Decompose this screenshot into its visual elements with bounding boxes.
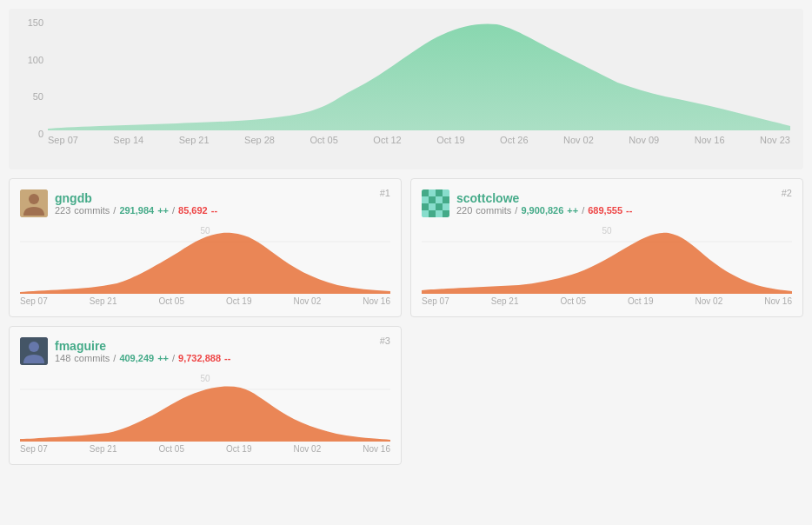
svg-rect-14 (436, 203, 443, 210)
contributor-stats-fmaguire: 148 commits / 409,249 ++ / 9,732,888 -- (55, 353, 230, 363)
additions-suffix-gngdb: ++ (157, 205, 169, 216)
mini-x-sep07-gngdb: Sep 07 (20, 296, 48, 306)
mini-y-label-scottclowe: 50 (602, 226, 611, 236)
x-label-oct12: Oct 12 (373, 135, 401, 145)
svg-point-22 (29, 342, 39, 352)
contributor-name-scottclowe[interactable]: scottclowe (456, 191, 632, 205)
contributor-header-scottclowe: scottclowe 220 commits / 9,900,826 ++ / … (422, 189, 792, 217)
svg-rect-18 (436, 210, 443, 217)
contributor-header-fmaguire: fmaguire 148 commits / 409,249 ++ / 9,73… (20, 337, 390, 365)
main-chart-y-axis: 150 100 50 0 (13, 17, 43, 139)
contributor-card-gngdb: #1 gngdb 223 commits / 291,984 ++ / (9, 178, 402, 317)
mini-y-label-fmaguire: 50 (200, 374, 210, 383)
x-label-sep07: Sep 07 (48, 135, 78, 145)
svg-rect-12 (422, 203, 429, 210)
commits-label-gngdb: commits (74, 205, 110, 216)
svg-rect-6 (436, 189, 443, 196)
commits-count-gngdb: 223 (55, 205, 70, 216)
mini-x-sep07-sc: Sep 07 (422, 296, 449, 306)
deletions-suffix-scottclowe: -- (626, 205, 632, 216)
contributor-stats-scottclowe: 220 commits / 9,900,826 ++ / 689,555 -- (456, 205, 632, 216)
svg-rect-15 (443, 203, 449, 210)
mini-x-labels-scottclowe: Sep 07 Sep 21 Oct 05 Oct 19 Nov 02 Nov 1… (422, 296, 792, 306)
main-chart-svg (48, 17, 790, 130)
contributor-name-fmaguire[interactable]: fmaguire (55, 339, 230, 353)
mini-x-nov16-gngdb: Nov 16 (363, 296, 390, 306)
x-label-oct26: Oct 26 (500, 135, 528, 145)
commits-count-scottclowe: 220 (456, 205, 472, 216)
svg-rect-5 (429, 189, 436, 196)
x-label-nov02: Nov 02 (563, 135, 594, 145)
separator-2: / (172, 205, 175, 216)
x-label-nov09: Nov 09 (629, 135, 659, 145)
mini-x-oct19-sc: Oct 19 (628, 296, 653, 306)
x-label-oct05: Oct 05 (309, 135, 337, 145)
additions-suffix-scottclowe: ++ (567, 205, 578, 216)
mini-x-oct05-fm: Oct 05 (159, 444, 184, 454)
svg-rect-9 (429, 196, 436, 203)
mini-y-label-gngdb: 50 (200, 226, 210, 236)
deletions-scottclowe: 689,555 (588, 205, 622, 216)
separator-sc-1: / (515, 205, 517, 216)
contributor-name-gngdb[interactable]: gngdb (55, 191, 217, 205)
avatar-gngdb (20, 189, 48, 217)
rank-badge-1: #1 (380, 188, 390, 198)
svg-rect-8 (422, 196, 429, 203)
mini-chart-gngdb: 50 (20, 224, 390, 294)
separator-fm-2: / (172, 353, 175, 363)
mini-x-oct19-gngdb: Oct 19 (226, 296, 251, 306)
rank-badge-2: #2 (782, 188, 792, 198)
contributor-stats-gngdb: 223 commits / 291,984 ++ / 85,692 -- (55, 205, 217, 216)
commits-label-fmaguire: commits (74, 353, 110, 363)
svg-rect-11 (443, 196, 449, 203)
x-label-sep28: Sep 28 (244, 135, 275, 145)
separator-fm-1: / (113, 353, 116, 363)
mini-x-oct05-gngdb: Oct 05 (159, 296, 184, 306)
svg-rect-13 (429, 203, 436, 210)
deletions-suffix-fmaguire: -- (224, 353, 230, 363)
deletions-fmaguire: 9,732,888 (178, 353, 221, 363)
contributor-info-scottclowe: scottclowe 220 commits / 9,900,826 ++ / … (456, 191, 632, 216)
mini-chart-scottclowe: 50 (422, 224, 792, 294)
mini-x-nov02-sc: Nov 02 (696, 296, 723, 306)
y-label-150: 150 (28, 17, 43, 28)
mini-x-oct19-fm: Oct 19 (226, 444, 251, 454)
x-label-sep14: Sep 14 (113, 135, 143, 145)
additions-gngdb: 291,984 (119, 205, 154, 216)
y-label-0: 0 (38, 129, 43, 139)
x-label-nov23: Nov 23 (760, 135, 790, 145)
mini-chart-fmaguire: 50 (20, 372, 390, 442)
main-chart-area (48, 17, 790, 130)
contributor-card-fmaguire: #3 fmaguire 148 commits / 409,249 ++ / (9, 326, 402, 465)
commits-label-scottclowe: commits (476, 205, 511, 216)
mini-x-oct05-sc: Oct 05 (561, 296, 586, 306)
y-label-100: 100 (28, 55, 43, 65)
contributor-info-fmaguire: fmaguire 148 commits / 409,249 ++ / 9,73… (55, 339, 230, 363)
mini-x-nov16-sc: Nov 16 (764, 296, 792, 306)
additions-fmaguire: 409,249 (119, 353, 154, 363)
main-chart: 150 100 50 0 Sep 07 Sep 14 Sep 21 Sep 28… (9, 9, 803, 169)
svg-rect-19 (443, 210, 449, 217)
deletions-gngdb: 85,692 (178, 205, 208, 216)
svg-rect-7 (443, 189, 449, 196)
mini-x-sep07-fm: Sep 07 (20, 444, 48, 454)
contributor-grid: #1 gngdb 223 commits / 291,984 ++ / (9, 178, 803, 465)
additions-suffix-fmaguire: ++ (157, 353, 169, 363)
x-label-nov16: Nov 16 (695, 135, 725, 145)
avatar-fmaguire (20, 337, 48, 365)
mini-x-labels-fmaguire: Sep 07 Sep 21 Oct 05 Oct 19 Nov 02 Nov 1… (20, 444, 390, 454)
avatar-scottclowe (422, 189, 449, 217)
svg-rect-10 (436, 196, 443, 203)
contributor-card-scottclowe: #2 (410, 178, 803, 317)
commits-count-fmaguire: 148 (55, 353, 70, 363)
svg-point-1 (29, 194, 39, 204)
mini-x-nov16-fm: Nov 16 (363, 444, 390, 454)
contributor-info-gngdb: gngdb 223 commits / 291,984 ++ / 85,692 … (55, 191, 217, 216)
mini-x-sep21-gngdb: Sep 21 (90, 296, 117, 306)
svg-rect-16 (422, 210, 429, 217)
mini-x-sep21-sc: Sep 21 (491, 296, 519, 306)
svg-rect-4 (422, 189, 429, 196)
mini-x-nov02-gngdb: Nov 02 (294, 296, 322, 306)
svg-rect-17 (429, 210, 436, 217)
additions-scottclowe: 9,900,826 (521, 205, 563, 216)
